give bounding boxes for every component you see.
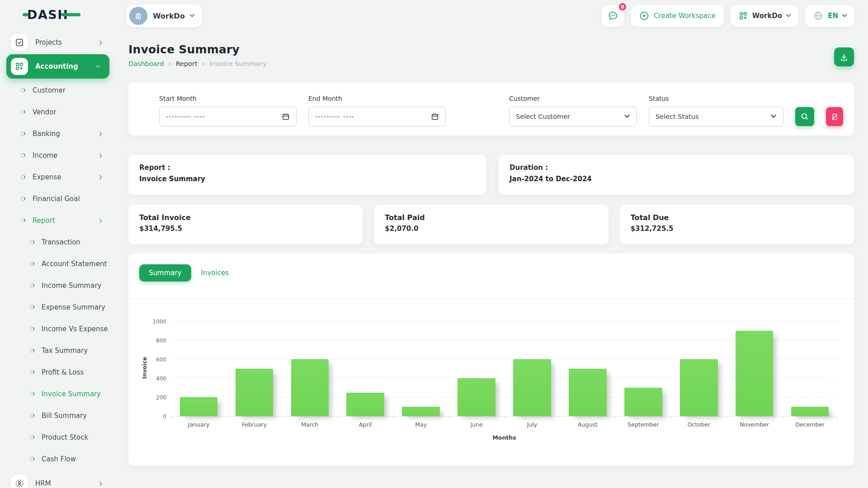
sidebar-item-hrm[interactable]: HRM (0, 473, 118, 488)
bar-column (671, 322, 726, 416)
breadcrumb-report-link[interactable]: Report (176, 60, 198, 67)
x-tick-label: December (782, 421, 838, 428)
workspace-switcher[interactable]: WorkDo (127, 5, 202, 27)
bullet-icon (20, 174, 26, 180)
apply-filter-button[interactable] (795, 107, 814, 126)
x-tick-label: March (282, 421, 338, 428)
start-month-field: Start Month --------- ---- (159, 95, 297, 127)
globe-icon (813, 11, 823, 21)
sidebar-item-report[interactable]: Report (0, 210, 118, 231)
bullet-icon (29, 305, 35, 310)
x-tick-label: June (449, 421, 505, 428)
sidebar-item-vendor[interactable]: Vendor (0, 101, 118, 123)
total-invoice-label: Total Invoice (139, 213, 352, 222)
sidebar-item-account-statement[interactable]: Account Statement (0, 253, 118, 275)
bar-column (393, 322, 449, 416)
sidebar-item-projects[interactable]: Projects (0, 32, 118, 53)
invoice-bar[interactable] (291, 359, 329, 416)
x-tick-label: November (726, 421, 782, 428)
sidebar-item-banking[interactable]: Banking (0, 123, 118, 145)
bullet-icon (29, 370, 35, 375)
invoice-bar[interactable] (513, 359, 551, 416)
create-workspace-label: Create Workspace (654, 12, 716, 20)
reset-filter-button[interactable] (826, 107, 843, 126)
duration-label: Duration : (509, 164, 843, 172)
invoice-bar[interactable] (624, 388, 662, 416)
x-axis-title: Months (171, 434, 838, 441)
invoice-bar[interactable] (346, 393, 384, 417)
x-tick-label: May (393, 421, 449, 428)
sidebar-item-income[interactable]: Income (0, 145, 118, 166)
language-selector[interactable]: EN (805, 5, 854, 27)
end-month-input[interactable]: --------- ---- (308, 107, 446, 127)
tabs-divider (128, 299, 854, 299)
start-month-input[interactable]: --------- ---- (159, 107, 297, 127)
download-report-button[interactable] (834, 47, 854, 66)
invoice-bar[interactable] (736, 331, 774, 416)
y-tick-label: 0 (163, 413, 166, 420)
chevron-down-icon (624, 113, 629, 118)
sidebar-item-invoice-summary[interactable]: Invoice Summary (0, 383, 118, 405)
create-workspace-button[interactable]: Create Workspace (631, 5, 724, 27)
chevron-down-icon (771, 113, 776, 118)
customer-label: Customer (509, 95, 637, 102)
invoice-bar[interactable] (791, 407, 829, 416)
bar-column (726, 322, 782, 416)
sidebar-item-financial-goal[interactable]: Financial Goal (0, 188, 118, 210)
end-month-label: End Month (308, 95, 446, 102)
axis-tick (282, 417, 283, 419)
sidebar-nav: Projects Accounting Customer Vendor (0, 32, 118, 488)
messenger-button[interactable]: 0 (602, 5, 624, 27)
invoice-bar[interactable] (458, 378, 495, 416)
bullet-icon (20, 153, 26, 158)
total-invoice-value: $314,795.5 (139, 225, 352, 233)
invoice-bar[interactable] (402, 407, 440, 416)
accounting-grid-icon (11, 58, 28, 75)
total-due-card: Total Due $312,725.5 (620, 205, 854, 244)
invoice-bar[interactable] (180, 397, 218, 416)
sidebar-item-customer[interactable]: Customer (0, 80, 118, 101)
company-menu-button[interactable]: WorkDo (731, 5, 798, 27)
sidebar-item-bill-summary[interactable]: Bill Summary (0, 405, 118, 427)
status-select[interactable]: Select Status (649, 107, 783, 127)
bar-column (615, 322, 671, 416)
main-content: Invoice Summary Dashboard › Report › Inv… (128, 0, 854, 466)
sidebar-item-tax-summary[interactable]: Tax Summary (0, 340, 118, 361)
report-info-card: Report : Invoice Summary (128, 155, 486, 195)
language-code: EN (828, 12, 838, 20)
sidebar-item-product-stock[interactable]: Product Stock (0, 427, 118, 448)
invoice-bar[interactable] (680, 359, 718, 416)
tab-invoices[interactable]: Invoices (195, 264, 235, 282)
invoice-bar[interactable] (569, 369, 607, 416)
sidebar-item-cash-flow[interactable]: Cash Flow (0, 448, 118, 470)
sidebar-item-accounting[interactable]: Accounting (6, 54, 109, 79)
bar-column (338, 322, 393, 416)
bullet-icon (29, 348, 35, 353)
sidebar-item-income-summary[interactable]: Income Summary (0, 275, 118, 296)
clear-filter-icon (831, 113, 839, 121)
sidebar-item-income-vs-expense[interactable]: Income Vs Expense (0, 318, 118, 340)
axis-tick (782, 417, 783, 419)
y-tick-label: 800 (156, 338, 166, 344)
status-field: Status Select Status (649, 95, 783, 127)
invoice-bar[interactable] (236, 369, 274, 416)
axis-tick (726, 417, 727, 419)
bullet-icon (29, 435, 35, 440)
invoice-bar-chart: Invoice 02004006008001000 JanuaryFebruar… (139, 322, 843, 441)
sidebar-item-expense[interactable]: Expense (0, 166, 118, 188)
dash-logo: DASH (23, 7, 81, 25)
breadcrumb-dashboard-link[interactable]: Dashboard (128, 60, 164, 67)
y-axis-title: Invoice (142, 357, 148, 379)
axis-tick (671, 417, 671, 419)
sidebar-item-expense-summary[interactable]: Expense Summary (0, 296, 118, 318)
tab-summary[interactable]: Summary (139, 264, 191, 282)
x-tick-label: September (615, 421, 671, 428)
customer-select[interactable]: Select Customer (509, 107, 637, 127)
sidebar-item-transaction[interactable]: Transaction (0, 231, 118, 253)
bullet-icon (20, 196, 26, 202)
report-label: Report : (139, 164, 476, 172)
page-header: Invoice Summary Dashboard › Report › Inv… (128, 43, 854, 68)
chevron-right-icon (98, 40, 102, 45)
bullet-icon (20, 218, 26, 223)
sidebar-item-profit-loss[interactable]: Profit & Loss (0, 361, 118, 383)
